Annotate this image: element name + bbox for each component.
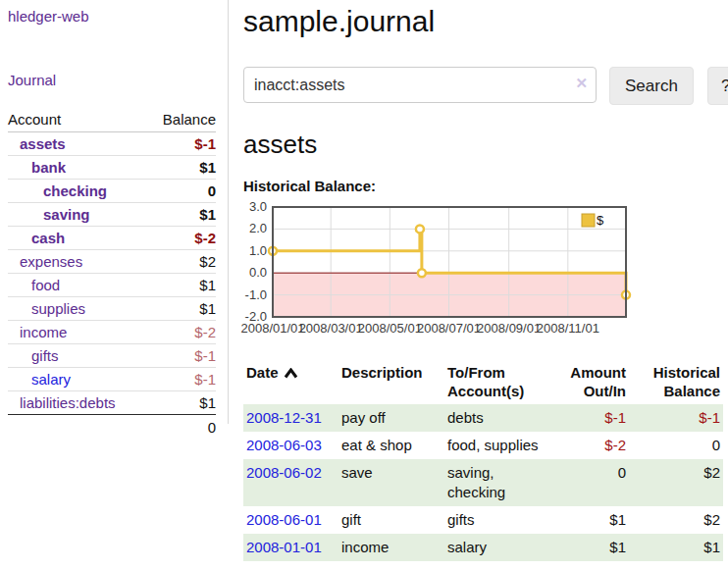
transaction-date-link[interactable]: 2008-12-31 <box>246 409 322 426</box>
account-row: supplies $1 <box>8 297 216 321</box>
account-link[interactable]: salary <box>31 371 71 388</box>
account-row: expenses $2 <box>8 250 216 274</box>
account-link[interactable]: assets <box>20 135 66 152</box>
historical-balance-chart[interactable]: 3.02.01.00.0-1.0-2.02008/01/012008/03/01… <box>243 204 628 336</box>
transaction-balance: $1 <box>629 534 723 561</box>
account-balance: $1 <box>147 156 216 180</box>
balance-column-header-register: Historical Balance <box>629 359 723 404</box>
account-balance: $1 <box>147 203 216 227</box>
search-form: ✕ Search ? <box>243 67 724 105</box>
register-row: 2008-06-02 save saving, checking 0 $2 <box>243 459 723 506</box>
transaction-amount: $-1 <box>546 404 629 432</box>
accounts-column-header: To/From Account(s) <box>444 359 546 404</box>
transaction-description: eat & shop <box>338 432 444 459</box>
transaction-date-link[interactable]: 2008-06-02 <box>246 464 322 481</box>
account-row: assets $-1 <box>8 132 216 156</box>
transaction-amount: $1 <box>546 506 629 534</box>
transaction-balance: 0 <box>629 432 723 459</box>
amount-column-header: Amount Out/In <box>546 359 629 404</box>
svg-text:2008/11/01: 2008/11/01 <box>537 321 599 336</box>
transaction-accounts: salary <box>444 534 546 561</box>
transaction-accounts: debts <box>444 404 546 432</box>
account-link[interactable]: expenses <box>20 253 82 270</box>
account-balance: $-1 <box>147 132 216 156</box>
page-title: sample.journal <box>243 5 724 38</box>
transaction-amount: $1 <box>546 534 629 561</box>
svg-text:2008/09/01: 2008/09/01 <box>477 321 541 336</box>
account-link[interactable]: food <box>31 277 60 293</box>
account-link[interactable]: gifts <box>31 347 59 364</box>
svg-text:1.0: 1.0 <box>249 243 267 258</box>
svg-text:3.0: 3.0 <box>249 199 267 214</box>
transaction-description: pay off <box>338 404 444 432</box>
transaction-description: gift <box>338 506 444 534</box>
transaction-balance: $2 <box>629 506 723 534</box>
date-column-header: Date <box>243 359 338 404</box>
account-link[interactable]: liabilities:debts <box>20 394 116 411</box>
svg-text:-1.0: -1.0 <box>245 287 267 302</box>
search-input[interactable] <box>243 67 597 103</box>
transaction-description: income <box>338 534 444 561</box>
account-balance: 0 <box>147 180 216 203</box>
register-row: 2008-12-31 pay off debts $-1 $-1 <box>243 404 723 432</box>
clear-search-icon[interactable]: ✕ <box>575 76 588 90</box>
balance-chart-svg[interactable]: 3.02.01.00.0-1.0-2.02008/01/012008/03/01… <box>243 204 628 336</box>
svg-text:2008/01/01: 2008/01/01 <box>240 321 304 336</box>
help-button[interactable]: ? <box>707 67 728 105</box>
account-balance: $1 <box>147 391 216 415</box>
transaction-date-link[interactable]: 2008-01-01 <box>246 539 322 555</box>
transaction-balance: $-1 <box>629 404 723 432</box>
transaction-accounts: gifts <box>444 506 546 534</box>
sidebar: hledger-web Journal Account Balance asse… <box>0 0 229 424</box>
svg-text:2008/03/01: 2008/03/01 <box>299 321 363 336</box>
account-link[interactable]: cash <box>31 230 65 246</box>
main-content: sample.journal ✕ Search ? assets Histori… <box>243 0 724 561</box>
account-link[interactable]: checking <box>43 182 107 199</box>
transaction-date-link[interactable]: 2008-06-03 <box>246 437 322 453</box>
svg-text:$: $ <box>597 213 604 228</box>
accounts-total-value: 0 <box>147 415 216 440</box>
register-table: Date Description To/From Account(s) Amou… <box>243 359 723 561</box>
account-row: salary $-1 <box>8 368 216 391</box>
balance-column-header: Balance <box>147 108 216 132</box>
account-link[interactable]: supplies <box>31 300 85 317</box>
account-balance: $-1 <box>147 368 216 391</box>
hledger-web-app: hledger-web Journal Account Balance asse… <box>0 0 728 571</box>
register-row: 2008-06-03 eat & shop food, supplies $-2… <box>243 432 723 459</box>
account-row: checking 0 <box>8 180 216 203</box>
account-balance: $-2 <box>147 227 216 250</box>
transaction-balance: $2 <box>629 459 723 506</box>
search-button[interactable]: Search <box>609 67 694 105</box>
account-balance: $-2 <box>147 321 216 344</box>
account-row: gifts $-1 <box>8 344 216 368</box>
brand-link[interactable]: hledger-web <box>8 8 89 25</box>
accounts-total-row: 0 <box>8 415 216 440</box>
account-balance: $1 <box>147 274 216 297</box>
svg-text:0.0: 0.0 <box>249 265 267 280</box>
search-box: ✕ <box>243 67 597 103</box>
transaction-amount: 0 <box>546 459 629 506</box>
account-link[interactable]: bank <box>31 159 66 176</box>
account-heading: assets <box>243 130 724 160</box>
register-row: 2008-01-01 income salary $1 $1 <box>243 534 723 561</box>
svg-text:2008/07/01: 2008/07/01 <box>417 321 481 336</box>
sidebar-item-journal[interactable]: Journal <box>8 72 56 88</box>
account-row: food $1 <box>8 274 216 297</box>
account-link[interactable]: income <box>20 324 67 340</box>
transaction-accounts: saving, checking <box>444 459 546 506</box>
accounts-header-row: Account Balance <box>8 108 216 132</box>
account-row: bank $1 <box>8 156 216 180</box>
transaction-amount: $-2 <box>546 432 629 459</box>
account-row: cash $-2 <box>8 227 216 250</box>
account-row: saving $1 <box>8 203 216 227</box>
chart-title: Historical Balance: <box>243 178 724 194</box>
account-balance: $2 <box>147 250 216 274</box>
transaction-date-link[interactable]: 2008-06-01 <box>246 511 322 528</box>
account-balance: $1 <box>147 297 216 321</box>
account-row: income $-2 <box>8 321 216 344</box>
register-row: 2008-06-01 gift gifts $1 $2 <box>243 506 723 534</box>
svg-text:2008/05/01: 2008/05/01 <box>358 321 422 336</box>
account-link[interactable]: saving <box>43 206 90 223</box>
account-row: liabilities:debts $1 <box>8 391 216 415</box>
register-header-row: Date Description To/From Account(s) Amou… <box>243 359 723 404</box>
